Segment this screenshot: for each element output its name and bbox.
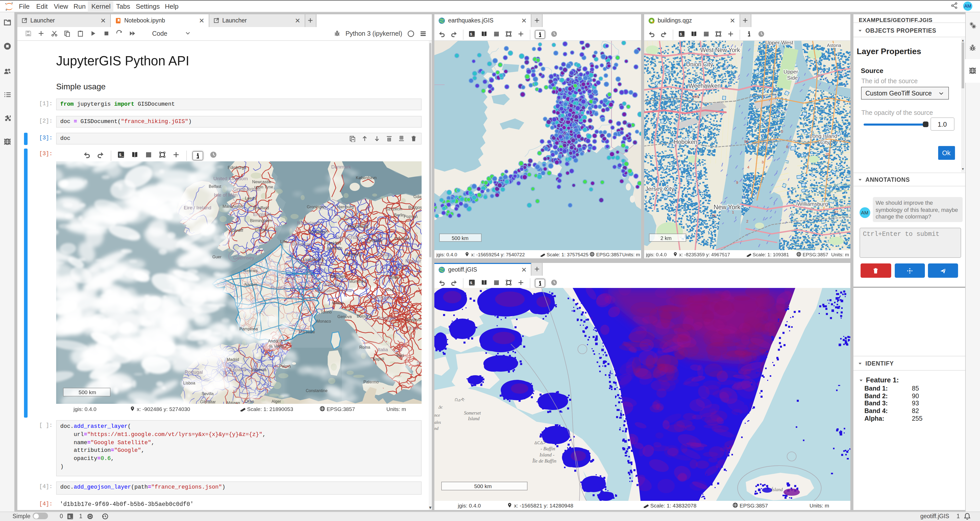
svg-text:Lisboa: Lisboa [183, 381, 195, 385]
svg-text:am Main: am Main [327, 246, 342, 250]
svg-text:Málaga: Málaga [227, 400, 240, 403]
svg-text:Madrid: Madrid [227, 357, 239, 362]
svg-text:2: 2 [746, 219, 748, 223]
svg-text:Eire / Ireland: Eire / Ireland [184, 205, 211, 210]
svg-text:Birmingham: Birmingham [250, 218, 272, 223]
svg-text:Union City: Union City [686, 61, 713, 68]
svg-text:Schweiz/: Schweiz/ [323, 281, 342, 287]
svg-text:Île de Baffin: Île de Baffin [532, 458, 556, 464]
svg-text:9: 9 [736, 180, 738, 185]
svg-text:Isle of Man: Isle of Man [214, 192, 238, 197]
svg-text:Düsseldorf: Düsseldorf [308, 229, 328, 234]
svg-text:West New York: West New York [700, 47, 740, 53]
svg-text:Stuttgart: Stuttgart [330, 274, 346, 278]
svg-text:Δc: Δc [438, 405, 443, 409]
svg-text:$_: $_ [470, 32, 475, 36]
svg-text:Edinburgh: Edinburgh [228, 165, 246, 169]
svg-text:Gibraltar: Gibraltar [200, 400, 216, 403]
svg-text:Bologna: Bologna [357, 314, 372, 318]
svg-text:ᕬᓄᕜ: ᕬᓄᕜ [455, 398, 465, 402]
svg-text:Poznań: Poznań [404, 214, 417, 218]
svg-text:Italia: Italia [378, 347, 388, 352]
svg-text:City: City [820, 139, 829, 145]
svg-text:Berlin: Berlin [394, 213, 404, 217]
svg-text:Belfast: Belfast [209, 184, 221, 188]
svg-text:Island: Island [468, 416, 480, 421]
svg-text:Grand Est: Grand Est [303, 261, 325, 266]
svg-text:Upper West: Upper West [765, 41, 793, 45]
svg-text:Astoria: Astoria [827, 43, 841, 48]
svg-text:Magyaro: Magyaro [405, 258, 422, 263]
svg-text:4: 4 [747, 165, 749, 169]
svg-text:500 km: 500 km [474, 483, 492, 489]
svg-text:Monaco: Monaco [317, 319, 331, 323]
svg-text:Jersey City: Jersey City [645, 186, 674, 192]
svg-text:London: London [255, 228, 269, 232]
svg-text:Sarajevo: Sarajevo [405, 317, 421, 322]
svg-text:Bari: Bari [396, 353, 404, 357]
svg-text:Deutschland: Deutschland [336, 234, 363, 240]
svg-text:Constantine: Constantine [306, 388, 328, 393]
svg-text:Dresden: Dresden [367, 238, 382, 242]
svg-text:Wien: Wien [390, 275, 399, 279]
svg-text:Rennes: Rennes [243, 268, 258, 272]
svg-text:$_: $_ [679, 32, 684, 36]
svg-text:Marseille: Marseille [299, 330, 315, 334]
svg-text:nd: nd [434, 426, 439, 431]
svg-text:Suisse/Svizzera/: Suisse/Svizzera/ [317, 287, 352, 293]
svg-text:Ísland: Ísland [771, 487, 783, 492]
svg-text:$_: $_ [470, 281, 475, 285]
svg-text:Long Island: Long Island [809, 133, 837, 139]
svg-text:2 km: 2 km [660, 235, 671, 241]
svg-text:Upper: Upper [783, 69, 798, 75]
svg-text:Portugal: Portugal [185, 369, 203, 374]
svg-text:25: 25 [825, 152, 829, 156]
svg-text:Magdeburg: Magdeburg [348, 224, 368, 228]
svg-text:Williamsburg: Williamsburg [797, 201, 828, 207]
svg-text:Great Britain: Great Britain [233, 186, 261, 192]
svg-text:Napoli: Napoli [372, 357, 384, 361]
svg-text:3: 3 [761, 160, 763, 164]
svg-text:495: 495 [692, 94, 699, 99]
svg-text:New York: New York [713, 204, 740, 210]
svg-text:Crna G: Crna G [407, 325, 422, 331]
svg-text:0: 0 [781, 129, 783, 134]
svg-text:Nürnberg: Nürnberg [344, 252, 361, 256]
svg-text:Pamplona: Pamplona [239, 327, 258, 331]
svg-text:United Kingdom: United Kingdom [213, 175, 248, 181]
svg-text:Guer: Guer [212, 255, 221, 259]
svg-text:Valencia: Valencia [251, 367, 266, 372]
svg-text:Guernsey: Guernsey [233, 255, 255, 260]
svg-text:8: 8 [786, 145, 788, 149]
svg-text:Cardiff: Cardiff [231, 228, 243, 232]
svg-text:Slovenija: Slovenija [372, 294, 393, 300]
svg-text:München: München [349, 279, 366, 284]
svg-text:la Vella: la Vella [269, 344, 283, 348]
svg-text:Newcastle: Newcastle [252, 180, 271, 184]
svg-text:Hrvatska: Hrvatska [377, 315, 396, 320]
svg-text:$_: $_ [68, 515, 73, 519]
svg-text:København: København [356, 175, 377, 180]
svg-text:Sheffield: Sheffield [253, 206, 269, 210]
svg-text:Torino: Torino [321, 310, 332, 314]
svg-text:500 km: 500 km [452, 235, 469, 241]
svg-text:España: España [230, 366, 246, 372]
svg-text:Bydgoszcz: Bydgoszcz [408, 205, 422, 209]
svg-text:Alger: Alger [272, 399, 281, 403]
svg-text:Leeds: Leeds [245, 196, 256, 200]
svg-text:Shq: Shq [417, 360, 422, 365]
svg-text:78: 78 [711, 213, 716, 218]
svg-text:5: 5 [767, 128, 770, 132]
svg-text:Szczecin: Szczecin [386, 207, 402, 211]
svg-text:nce: nce [434, 413, 440, 417]
svg-text:Andorra: Andorra [268, 339, 283, 343]
svg-text:Nantes: Nantes [245, 282, 258, 287]
svg-text:Weehawken: Weehawken [688, 83, 721, 89]
svg-text:Belgique: Belgique [292, 241, 311, 246]
svg-text:1: 1 [732, 210, 734, 214]
svg-text:Frankfurt: Frankfurt [325, 241, 341, 245]
svg-text:500 km: 500 km [79, 389, 96, 395]
svg-text:9A: 9A [744, 139, 749, 144]
svg-text:Palermo: Palermo [363, 379, 379, 384]
svg-text:Gdansk: Gdansk [414, 194, 422, 199]
